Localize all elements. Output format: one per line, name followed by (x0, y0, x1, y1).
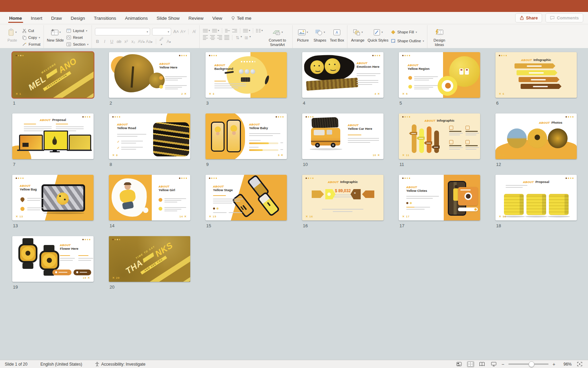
language-status[interactable]: English (United States) (40, 362, 82, 367)
fit-to-window-button[interactable] (576, 361, 583, 367)
line-spacing-button[interactable]: ▾ (243, 29, 250, 32)
arrange-button[interactable]: ▾ Arrange (350, 26, 365, 43)
design-ideas-button[interactable]: Design Ideas (430, 26, 448, 47)
menu-item-home[interactable]: Home (5, 13, 27, 23)
text-direction-button[interactable]: ⇅▾ (235, 35, 242, 40)
decrease-indent-button[interactable] (225, 29, 230, 32)
slide-number-deco: ✕ 8 (112, 154, 118, 157)
cut-button[interactable]: Cut (22, 28, 40, 34)
deco-text-line (117, 134, 146, 135)
zoom-slider-thumb[interactable] (529, 361, 535, 367)
slide-thumbnail-10[interactable]: ABOUTYellow Car Here10 ✕ (302, 113, 383, 159)
justify-button[interactable] (224, 35, 229, 40)
slide-thumbnail-15[interactable]: ABOUTYellow Stage✕ 15 (206, 175, 287, 220)
slide-thumbnail-4[interactable]: ABOUTEmoticon Here4 ✕ (302, 52, 383, 98)
deco-text-line (357, 75, 376, 76)
convert-smartart-button[interactable]: ▾ Convert to SmartArt (265, 26, 289, 47)
numbering-button[interactable]: ▾ (212, 29, 219, 32)
columns-button[interactable]: ▾ (256, 29, 263, 32)
slide-show-button[interactable] (490, 361, 497, 367)
slide-thumbnail-6[interactable]: ABOUT Infographic✕ 6 (495, 52, 577, 98)
slide-thumbnail-9[interactable]: ABOUTYellow Baby9 ✕ (206, 113, 287, 159)
paste-button[interactable]: ▾ Paste (5, 26, 19, 43)
slide-thumbnail-12[interactable]: ABOUT Photos✕ 12 (495, 113, 577, 159)
shape-outline-button[interactable]: Shape Outline▾ (391, 38, 424, 44)
container-shade (520, 195, 524, 214)
new-slide-button[interactable]: ▾ New Slide (47, 26, 64, 43)
decrease-font-button[interactable]: A˅ (180, 29, 185, 34)
align-center-button[interactable] (210, 35, 215, 40)
increase-indent-button[interactable] (232, 29, 237, 32)
menu-item-tell-me[interactable]: Tell me (227, 13, 256, 23)
menu-item-review[interactable]: Review (184, 13, 208, 23)
shape-fill-button[interactable]: Shape Fill▾ (391, 29, 424, 35)
menu-item-transitions[interactable]: Transitions (89, 13, 121, 23)
strikethrough-button[interactable]: ab (116, 39, 121, 44)
highlight-button[interactable]: 🖉▾ (159, 37, 164, 46)
zoom-slider[interactable] (508, 364, 549, 365)
slide-thumbnail-8[interactable]: ABOUTYellow Road✓✓✕ 8 (109, 113, 190, 159)
bold-button[interactable]: B (95, 39, 100, 44)
slide-thumbnail-20[interactable]: TIME TO SAY THA NKS AND SEE YOU ✕ 20 (109, 236, 190, 282)
slide-thumbnail-3[interactable]: ABOUTBackground✕ 3 (206, 52, 287, 98)
menu-item-draw[interactable]: Draw (47, 13, 66, 23)
shapes-button[interactable]: ▾ Shapes (313, 26, 327, 43)
slide-thumbnail-2[interactable]: ABOUTYellow Here2 ✕ (109, 52, 190, 98)
deco-text-line (506, 185, 527, 186)
slide-sorter-canvas[interactable]: WELCOME MEL ANO PRESENTATION ✕ 11ABOUTYe… (0, 48, 588, 360)
clear-formatting-button[interactable]: A̸ (191, 29, 196, 34)
slide-thumbnail-16[interactable]: ABOUT Infographic$ 89,032✕✕ 16 (302, 175, 383, 220)
slide-thumbnail-18[interactable]: ABOUT Proposal✕ 18 (495, 175, 577, 220)
font-size-combobox[interactable]: ▾ (152, 28, 171, 35)
change-case-button[interactable]: Aa▾ (145, 39, 153, 44)
menu-item-view[interactable]: View (208, 13, 227, 23)
slide-number-label: 14 (110, 223, 190, 228)
font-color-button[interactable]: A▾ (166, 39, 171, 44)
comments-button[interactable]: Comments (545, 13, 583, 22)
accessibility-status[interactable]: Accessibility: Investigate (95, 362, 145, 367)
zoom-level[interactable]: 96% (559, 362, 572, 367)
menu-item-design[interactable]: Design (66, 13, 89, 23)
menu-item-insert[interactable]: Insert (27, 13, 47, 23)
character-spacing-button[interactable]: AV▾ (138, 39, 143, 44)
share-button[interactable]: Share (515, 13, 542, 22)
increase-font-button[interactable]: A˄ (173, 29, 178, 34)
align-text-button[interactable]: ⊞▾ (244, 35, 251, 40)
slide-thumbnail-17[interactable]: ABOUTYellow Clotes✕ 17 (399, 175, 480, 220)
quick-styles-button[interactable]: ▾ Quick Styles (368, 26, 388, 43)
superscript-button[interactable]: x² (124, 39, 129, 44)
slide-thumbnail-5[interactable]: ABOUTYellow Region✕ 5 (399, 52, 480, 98)
picture-button[interactable]: ▾ Picture (296, 26, 310, 43)
format-button[interactable]: Format (22, 41, 40, 47)
slide-thumbnail-14[interactable]: ABOUTYellow Girl14 ✕ (109, 175, 190, 220)
copy-button[interactable]: Copy▾ (22, 34, 40, 41)
reading-view-button[interactable] (478, 361, 486, 367)
normal-view-button[interactable] (455, 361, 463, 367)
align-right-button[interactable] (217, 35, 222, 40)
font-name-combobox[interactable]: ▾ (95, 28, 150, 35)
subscript-button[interactable]: x₂ (131, 39, 136, 44)
align-left-button[interactable] (203, 35, 208, 40)
menu-item-animations[interactable]: Animations (120, 13, 152, 23)
slide-thumbnail-7[interactable]: ABOUT Proposal✕ 7 (12, 113, 94, 159)
layout-button[interactable]: Layout▾ (66, 28, 88, 34)
zoom-in-button[interactable]: + (553, 362, 555, 367)
reset-button[interactable]: Reset (66, 34, 88, 41)
slide-thumbnail-1[interactable]: WELCOME MEL ANO PRESENTATION ✕ 1 (12, 52, 94, 98)
slide-thumbnail-11[interactable]: ABOUT Infographic✕ 11 (399, 113, 480, 159)
slide-sorter-view-button[interactable] (467, 361, 474, 367)
zoom-out-button[interactable]: − (502, 362, 504, 367)
slide-heading: ABOUTYellow Baby (249, 123, 287, 130)
menu-item-slide-show[interactable]: Slide Show (152, 13, 184, 23)
slide-thumbnail-19[interactable]: ABOUTFlower Here19 ✕ (12, 236, 94, 282)
bullets-button[interactable]: ▾ (203, 29, 210, 32)
slide-number-deco: ✕ 17 (402, 215, 410, 218)
text-box-button[interactable]: A Text Box (330, 26, 344, 43)
section-button[interactable]: Section▾ (66, 41, 88, 47)
underline-button[interactable]: U (109, 39, 114, 44)
italic-button[interactable]: I (102, 39, 107, 44)
bag-patch (64, 199, 66, 200)
deco-text-line (121, 141, 143, 141)
deco-circle (20, 207, 24, 211)
slide-thumbnail-13[interactable]: ABOUTYellow Bag✕ 13 (12, 175, 94, 220)
